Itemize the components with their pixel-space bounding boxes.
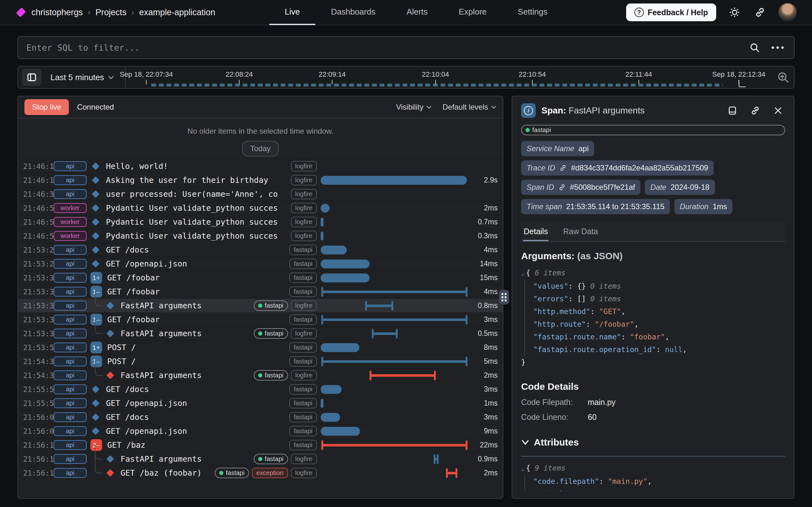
child-count-badge[interactable]: 1+ xyxy=(90,272,102,284)
meta-value: 21:53:35.114 to 21:53:35.115 xyxy=(566,202,664,211)
trace-row[interactable]: 21:55:58apiGET /openapi.jsonfastapi1ms xyxy=(18,396,503,410)
meta-span-id[interactable]: Span ID#5008bce5f7fe21af xyxy=(521,180,641,195)
more-options-icon[interactable]: ●●● xyxy=(771,44,786,51)
stop-live-button[interactable]: Stop live xyxy=(24,99,69,115)
sidebar-toggle-icon[interactable] xyxy=(22,69,42,86)
trace-row[interactable]: 21:54:37apiFastAPI argumentsfastapilogfi… xyxy=(18,368,503,382)
row-duration: 0.8ms xyxy=(469,301,498,310)
duration-bar xyxy=(321,427,360,436)
timeline-track[interactable]: Sep 18, 22:07:3422:08:2422:09:1422:10:04… xyxy=(125,66,771,89)
diamond-icon-blue xyxy=(92,260,99,268)
row-duration: 1ms xyxy=(469,399,498,407)
zoom-in-icon[interactable] xyxy=(777,71,790,83)
row-tags: logfire xyxy=(291,161,317,171)
duration-bar xyxy=(321,385,342,394)
nav-tab-settings[interactable]: Settings xyxy=(502,0,563,25)
row-duration-bar-track xyxy=(321,396,469,410)
row-timestamp: 21:46:55 xyxy=(23,218,51,226)
visibility-dropdown[interactable]: Visibility xyxy=(396,103,432,112)
trace-row[interactable]: 21:46:33apiuser processed: User(name='An… xyxy=(18,187,503,201)
trace-row[interactable]: 21:46:55workerPydantic User validate_pyt… xyxy=(18,215,503,229)
collapse-caret-icon[interactable]: ⌄ xyxy=(521,270,524,277)
row-duration: 5ms xyxy=(469,357,498,366)
link-icon xyxy=(558,183,566,191)
breadcrumb-item[interactable]: Projects xyxy=(96,8,126,17)
span-range-bar xyxy=(434,454,439,464)
trace-row[interactable]: 21:46:19apiAsking the user for their bir… xyxy=(18,173,503,187)
trace-row[interactable]: 21:53:33api1+GET /foobarfastapi15ms xyxy=(18,271,503,285)
duration-bar xyxy=(321,232,323,240)
detail-tab-details[interactable]: Details xyxy=(523,222,548,241)
meta-service-name: Service Nameapi xyxy=(521,141,594,156)
panel-splitter-handle[interactable] xyxy=(499,290,509,304)
child-count-badge[interactable]: 1+ xyxy=(90,342,102,353)
share-link-icon[interactable] xyxy=(753,5,767,19)
tag-logfire: logfire xyxy=(291,217,317,227)
trace-row[interactable]: 21:54:37api1–POST /fastapi5ms xyxy=(18,354,503,368)
timeline-tick-label: Sep 18, 22:12:34 xyxy=(712,70,765,78)
trace-row[interactable]: 21:53:35apiFastAPI argumentsfastapilogfi… xyxy=(18,298,503,313)
meta-trace-id[interactable]: Trace ID#d834c3374dd6fa2e4aa82a55ab21750… xyxy=(521,160,714,176)
trace-row[interactable]: 21:53:28apiGET /openapi.jsonfastapi14ms xyxy=(18,257,503,271)
code-lineno-row: Code Lineno: 60 xyxy=(521,412,785,422)
nav-tab-alerts[interactable]: Alerts xyxy=(391,0,443,25)
trace-row[interactable]: 21:46:55workerPydantic User validate_pyt… xyxy=(18,201,503,215)
sql-filter-input[interactable] xyxy=(26,43,748,53)
today-button[interactable]: Today xyxy=(242,141,279,157)
detail-tab-raw-data[interactable]: Raw Data xyxy=(562,222,599,241)
green-dot-icon xyxy=(258,457,262,461)
trace-row[interactable]: 21:53:56api1+POST /fastapi8ms xyxy=(18,340,503,354)
attributes-toggle[interactable]: Attributes xyxy=(521,437,785,448)
breadcrumb-item[interactable]: example-application xyxy=(139,8,215,17)
tag-fastapi: fastapi xyxy=(521,125,785,135)
default-levels-dropdown[interactable]: Default levels xyxy=(443,103,496,112)
trace-row[interactable]: 21:56:09apiGET /docsfastapi3ms xyxy=(18,410,503,424)
trace-row[interactable]: 21:53:35api1–GET /foobarfastapi4ms xyxy=(18,285,503,298)
row-marker: 1+ xyxy=(90,272,102,284)
tag-exception: exception xyxy=(252,468,288,478)
collapse-caret-icon[interactable]: ⌄ xyxy=(521,465,524,472)
trace-row[interactable]: 21:55:58apiGET /docsfastapi3ms xyxy=(18,382,503,396)
code-filepath-row: Code Filepath: main.py xyxy=(521,398,785,407)
trace-row[interactable]: 21:56:13apiGET /baz (foobar)fastapiexcep… xyxy=(18,466,503,480)
feedback-help-button[interactable]: ? Feedback / Help xyxy=(626,3,716,21)
timeline-tick-label: 22:08:24 xyxy=(225,70,253,78)
row-timestamp: 21:56:13 xyxy=(23,469,51,477)
meta-value: api xyxy=(578,144,589,153)
trace-row[interactable]: 21:56:13apiFastAPI argumentsfastapilogfi… xyxy=(18,452,503,466)
trace-row[interactable]: 21:53:35api1–GET /foobarfastapi3ms xyxy=(18,313,503,326)
row-duration: 3ms xyxy=(469,385,498,394)
trace-row[interactable]: 21:46:55workerPydantic User validate_pyt… xyxy=(18,229,503,243)
user-avatar[interactable] xyxy=(778,3,797,21)
trace-row[interactable]: 21:53:35apiFastAPI argumentsfastapilogfi… xyxy=(18,326,503,340)
close-icon[interactable] xyxy=(771,104,785,118)
nav-tab-live[interactable]: Live xyxy=(269,0,316,25)
row-duration: 0.9ms xyxy=(469,455,498,463)
search-icon[interactable] xyxy=(748,41,762,55)
trace-row[interactable]: 21:56:13api2–GET /bazfastapi22ms xyxy=(18,438,503,452)
theme-toggle-icon[interactable] xyxy=(728,5,742,19)
arguments-json: ⌄{ 6 items"values": {} 0 items"errors": … xyxy=(521,267,785,369)
row-message: Hello, world! xyxy=(106,162,287,171)
trace-row[interactable]: 21:46:19apiHello, world!logfire xyxy=(18,159,503,173)
duration-bar xyxy=(321,204,329,213)
breadcrumb-item[interactable]: christophergs xyxy=(32,8,83,17)
empty-window-text: No older items in the selected time wind… xyxy=(18,127,503,135)
top-nav: christophergs›Projects›example-applicati… xyxy=(0,0,812,25)
dock-panel-icon[interactable] xyxy=(725,104,740,118)
nav-tab-dashboards[interactable]: Dashboards xyxy=(315,0,391,25)
row-duration: 4ms xyxy=(469,245,498,254)
copy-link-icon[interactable] xyxy=(748,104,762,118)
tag-fastapi: fastapi xyxy=(289,314,317,325)
nav-tab-explore[interactable]: Explore xyxy=(443,0,502,25)
trace-row[interactable]: 21:53:28apiGET /docsfastapi4ms xyxy=(18,243,503,257)
row-duration: 2ms xyxy=(469,469,498,477)
time-range-select[interactable]: Last 5 minutes xyxy=(50,72,114,82)
row-main: 1+POST /fastapi xyxy=(90,341,321,354)
live-panel-header: Stop live Connected Visibility Default l… xyxy=(18,96,503,118)
row-duration-bar-track xyxy=(321,327,469,340)
duration-bar xyxy=(321,218,323,227)
logfire-logo-icon[interactable] xyxy=(16,7,26,17)
row-main: GET /baz (foobar)fastapiexceptionlogfire xyxy=(90,466,321,480)
trace-row[interactable]: 21:56:09apiGET /openapi.jsonfastapi9ms xyxy=(18,424,503,438)
